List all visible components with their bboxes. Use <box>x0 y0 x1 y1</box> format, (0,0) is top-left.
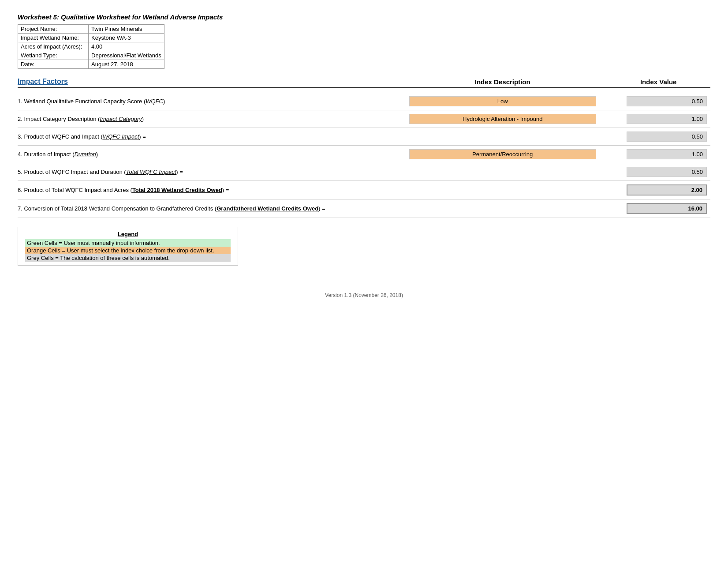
impact-rows-container: 1. Wetland Qualitative Functional Capaci… <box>18 93 710 218</box>
info-label: Acres of Impact (Acres): <box>18 42 89 51</box>
factor-text: 2. Impact Category Description (Impact C… <box>18 116 399 122</box>
info-row: Date:August 27, 2018 <box>18 60 164 69</box>
factor-text: 7. Conversion of Total 2018 Wetland Comp… <box>18 205 399 212</box>
index-value-cell: 2.00 <box>627 184 707 196</box>
version-footer: Version 1.3 (November 26, 2018) <box>18 292 710 298</box>
col-index-desc-header: Index Description <box>399 78 606 86</box>
legend-items: Green Cells = User must manually input i… <box>25 239 231 262</box>
factor-text: 6. Product of Total WQFC Impact and Acre… <box>18 187 399 193</box>
worksheet-title: Worksheet 5: Qualitative Worksheet for W… <box>18 13 710 21</box>
impact-row: 1. Wetland Qualitative Functional Capaci… <box>18 93 710 110</box>
impact-row: 2. Impact Category Description (Impact C… <box>18 110 710 128</box>
info-value: August 27, 2018 <box>89 60 164 69</box>
index-value-cell: 16.00 <box>627 203 707 214</box>
info-label: Date: <box>18 60 89 69</box>
index-val-col: 1.00 <box>606 149 710 159</box>
info-row: Project Name:Twin Pines Minerals <box>18 25 164 34</box>
factor-text: 4. Duration of Impact (Duration) <box>18 151 399 158</box>
legend-item: Green Cells = User must manually input i… <box>25 239 231 247</box>
info-label: Project Name: <box>18 25 89 34</box>
index-desc-col: Low <box>399 96 606 106</box>
index-val-col: 2.00 <box>606 184 710 196</box>
main-section: Impact Factors Index Description Index V… <box>18 78 710 218</box>
impact-row: 6. Product of Total WQFC Impact and Acre… <box>18 181 710 199</box>
info-row: Wetland Type:Depressional/Flat Wetlands <box>18 51 164 60</box>
index-val-col: 0.50 <box>606 132 710 142</box>
impact-row: 7. Conversion of Total 2018 Wetland Comp… <box>18 199 710 218</box>
impact-row: 4. Duration of Impact (Duration) Permane… <box>18 146 710 163</box>
index-value-cell: 1.00 <box>627 114 707 124</box>
index-desc-cell[interactable]: Hydrologic Alteration - Impound <box>409 114 596 124</box>
index-val-col: 0.50 <box>606 167 710 177</box>
info-row: Acres of Impact (Acres):4.00 <box>18 42 164 51</box>
index-val-col: 1.00 <box>606 114 710 124</box>
info-value: Depressional/Flat Wetlands <box>89 51 164 60</box>
index-value-cell: 0.50 <box>627 132 707 142</box>
factor-text: 3. Product of WQFC and Impact (WQFC Impa… <box>18 133 399 140</box>
index-desc-cell[interactable]: Low <box>409 96 596 106</box>
index-value-cell: 0.50 <box>627 96 707 106</box>
index-desc-cell[interactable]: Permanent/Reoccurring <box>409 149 596 159</box>
column-headers: Impact Factors Index Description Index V… <box>18 78 710 88</box>
legend-title: Legend <box>25 231 231 237</box>
info-label: Impact Wetland Name: <box>18 34 89 42</box>
info-table: Project Name:Twin Pines MineralsImpact W… <box>18 24 164 69</box>
impact-row: 3. Product of WQFC and Impact (WQFC Impa… <box>18 128 710 146</box>
legend-item: Grey Cells = The calculation of these ce… <box>25 254 231 262</box>
index-desc-col: Hydrologic Alteration - Impound <box>399 114 606 124</box>
col-factor-header: Impact Factors <box>18 78 399 86</box>
col-index-val-header: Index Value <box>606 78 710 86</box>
info-value: Keystone WA-3 <box>89 34 164 42</box>
legend-item: Orange Cells = User must select the inde… <box>25 247 231 254</box>
legend-section: Legend Green Cells = User must manually … <box>18 227 238 266</box>
index-val-col: 0.50 <box>606 96 710 106</box>
impact-row: 5. Product of WQFC Impact and Duration (… <box>18 163 710 181</box>
index-value-cell: 1.00 <box>627 149 707 159</box>
index-description-heading: Index Description <box>475 78 530 86</box>
index-desc-col: Permanent/Reoccurring <box>399 149 606 159</box>
impact-factors-heading: Impact Factors <box>18 78 68 85</box>
index-value-heading: Index Value <box>640 78 677 86</box>
factor-text: 1. Wetland Qualitative Functional Capaci… <box>18 98 399 105</box>
info-value: 4.00 <box>89 42 164 51</box>
info-label: Wetland Type: <box>18 51 89 60</box>
index-val-col: 16.00 <box>606 203 710 214</box>
info-row: Impact Wetland Name:Keystone WA-3 <box>18 34 164 42</box>
factor-text: 5. Product of WQFC Impact and Duration (… <box>18 169 399 175</box>
info-value: Twin Pines Minerals <box>89 25 164 34</box>
index-value-cell: 0.50 <box>627 167 707 177</box>
